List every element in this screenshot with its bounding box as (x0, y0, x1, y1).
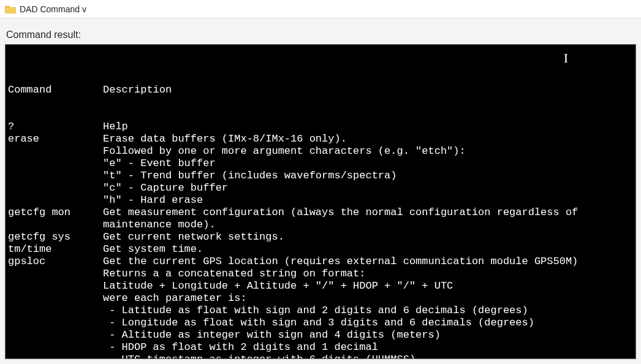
command-description: Returns a a concatenated string on forma… (103, 268, 633, 280)
command-name: getcfg sys (8, 231, 103, 243)
console-line: getcfg monGet measurement configuration … (8, 207, 633, 219)
window-titlebar: DAD Command v (0, 0, 641, 18)
console-line: - Altitude as integer with sign and 4 di… (8, 329, 633, 341)
command-name (8, 305, 103, 317)
command-description: Get measurement configuration (always th… (103, 207, 633, 219)
command-name (8, 170, 103, 182)
command-name (8, 280, 103, 292)
command-name (8, 329, 103, 341)
command-description: - Longitude as float with sign and 3 dig… (103, 317, 633, 329)
command-name (8, 354, 103, 359)
console-line: - HDOP as float with 2 digits and 1 deci… (8, 341, 633, 354)
command-description: were each parameter is: (103, 292, 633, 305)
console-line: maintenance mode). (8, 219, 633, 231)
command-description: "c" - Capture buffer (103, 182, 633, 194)
console-line: ?Help (8, 121, 633, 133)
command-description: Get current network settings. (103, 231, 633, 243)
command-name (8, 219, 103, 231)
console-line: - UTC timestamp as integer with 6 digits… (8, 354, 633, 359)
command-description: "t" - Trend buffer (includes waveforms/s… (103, 170, 633, 182)
console-line: Followed by one or more argument charact… (8, 145, 633, 157)
command-description: - Altitude as integer with sign and 4 di… (103, 329, 633, 341)
command-description: maintenance mode). (103, 219, 633, 231)
console-line: - Longitude as float with sign and 3 dig… (8, 317, 633, 329)
command-name (8, 157, 103, 170)
window-title: DAD Command v (20, 4, 86, 14)
command-name (8, 268, 103, 280)
command-name: getcfg mon (8, 207, 103, 219)
column-header-command: Command (8, 84, 103, 96)
console-line: getcfg sysGet current network settings. (8, 231, 633, 243)
folder-icon (5, 5, 16, 13)
panel-label: Command result: (0, 18, 641, 44)
column-header-description: Description (103, 84, 633, 96)
command-name (8, 292, 103, 305)
command-name: tm/time (8, 243, 103, 256)
command-description: - Latitude as float with sign and 2 digi… (103, 305, 633, 317)
console-line: gpslocGet the current GPS location (requ… (8, 256, 633, 268)
command-name (8, 182, 103, 194)
console-line: Returns a a concatenated string on forma… (8, 268, 633, 280)
console-line: "t" - Trend buffer (includes waveforms/s… (8, 170, 633, 182)
command-description: Latitude + Longitude + Altitude + "/" + … (103, 280, 633, 292)
command-name (8, 145, 103, 157)
command-description: - HDOP as float with 2 digits and 1 deci… (103, 341, 633, 354)
console-line: "h" - Hard erase (8, 194, 633, 207)
command-description: Get the current GPS location (requires e… (103, 256, 633, 268)
command-description: Followed by one or more argument charact… (103, 145, 633, 157)
console-line: "e" - Event buffer (8, 157, 633, 170)
command-name: erase (8, 133, 103, 145)
console-line: eraseErase data buffers (IMx-8/IMx-16 on… (8, 133, 633, 145)
command-name: ? (8, 121, 103, 133)
command-name (8, 341, 103, 354)
text-cursor-icon: I (564, 52, 568, 64)
command-description: - UTC timestamp as integer with 6 digits… (103, 354, 633, 359)
command-description: "e" - Event buffer (103, 157, 633, 170)
command-description: Help (103, 121, 633, 133)
command-name (8, 194, 103, 207)
console-line: Latitude + Longitude + Altitude + "/" + … (8, 280, 633, 292)
console-output[interactable]: I CommandDescription ?HelperaseErase dat… (5, 44, 636, 359)
command-name: gpsloc (8, 256, 103, 268)
console-line: "c" - Capture buffer (8, 182, 633, 194)
command-description: "h" - Hard erase (103, 194, 633, 207)
console-line: tm/timeGet system time. (8, 243, 633, 256)
console-line: were each parameter is: (8, 292, 633, 305)
command-description: Get system time. (103, 243, 633, 256)
command-description: Erase data buffers (IMx-8/IMx-16 only). (103, 133, 633, 145)
command-name (8, 317, 103, 329)
console-line: - Latitude as float with sign and 2 digi… (8, 305, 633, 317)
